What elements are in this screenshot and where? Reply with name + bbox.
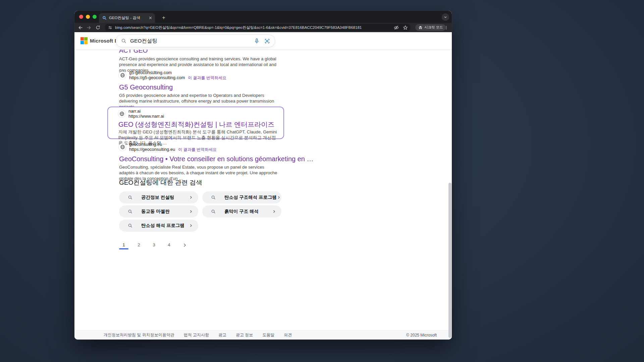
back-icon[interactable]	[76, 23, 85, 32]
microsoft-logo-icon	[80, 37, 88, 44]
search-input[interactable]	[130, 38, 254, 44]
globe-favicon-icon	[118, 71, 126, 79]
related-search-pill[interactable]: 흙막이 구조 해석	[202, 205, 281, 218]
footer-link-help[interactable]: 도움말	[262, 332, 274, 338]
globe-favicon-icon	[118, 110, 126, 118]
chevron-right-icon	[189, 224, 193, 228]
footer-link-ad-info[interactable]: 광고 정보	[236, 332, 253, 338]
search-icon	[128, 195, 132, 200]
bing-results-page: Microsoft Bing	[74, 32, 452, 340]
browser-toolbar: bing.com/search?q=GEO컨설팅&qs=n&form=QBRE&…	[74, 23, 452, 32]
active-tab[interactable]: GEO컨설팅 - 검색 ✕	[99, 13, 155, 23]
search-icon	[211, 195, 216, 200]
site-settings-icon[interactable]	[108, 25, 112, 30]
tab-search-chevron-icon[interactable]	[442, 13, 449, 21]
page-1[interactable]: 1	[119, 242, 128, 249]
search-result: g5-geoconsulting.com https://g5-geoconsu…	[119, 70, 278, 110]
copyright-text: © 2025 Microsoft	[406, 333, 437, 338]
result-title-link[interactable]: G5 Geoconsulting	[119, 83, 278, 91]
page-3[interactable]: 3	[149, 242, 159, 249]
url-text[interactable]: bing.com/search?q=GEO컨설팅&qs=n&form=QBRE&…	[115, 25, 394, 30]
translate-link[interactable]: 이 결과를 번역하세요	[178, 147, 217, 152]
result-url[interactable]: https://g5-geoconsulting.com	[129, 75, 185, 80]
related-search-pill[interactable]: 공간정보 컨설팅	[119, 191, 198, 203]
result-site-name[interactable]: g5-geoconsulting.com	[129, 70, 226, 75]
result-site-name[interactable]: geoconsulting.eu	[129, 142, 217, 147]
bookmark-star-icon[interactable]	[403, 25, 408, 30]
search-result: ACT GEO ACT-Geo provides geoscience cons…	[119, 47, 278, 73]
incognito-icon	[418, 26, 423, 29]
browser-window: GEO컨설팅 - 검색 ✕ +	[74, 11, 452, 340]
related-search-pill[interactable]: 탄소성 해석 프로그램	[119, 220, 198, 232]
close-tab-icon[interactable]: ✕	[149, 16, 152, 20]
footer-link-legal[interactable]: 법적 고지사항	[184, 332, 209, 338]
forward-icon[interactable]	[85, 23, 93, 32]
result-url[interactable]: https://www.narr.ai	[128, 114, 164, 119]
address-bar[interactable]: bing.com/search?q=GEO컨설팅&qs=n&form=QBRE&…	[105, 24, 411, 31]
browser-menu-icon[interactable]	[443, 24, 449, 31]
related-searches-heading: GEO컨설팅에 대한 관련 검색	[119, 178, 202, 187]
result-title-link[interactable]: GEO (생성형엔진최적화)컨설팅 | 나르 엔터프라이즈	[118, 121, 277, 128]
pagination: 1 2 3 4	[119, 242, 187, 249]
search-icon	[211, 209, 216, 214]
result-site-name[interactable]: narr.ai	[128, 109, 164, 114]
window-controls	[79, 15, 97, 19]
search-icon	[128, 223, 132, 228]
related-search-pill[interactable]: 탄소성 구조해석 프로그램	[202, 191, 281, 203]
zoom-window-button[interactable]	[93, 15, 97, 19]
minimize-window-button[interactable]	[86, 15, 90, 19]
chevron-right-icon	[272, 209, 276, 214]
search-icon	[121, 38, 126, 44]
bing-footer: 개인정보처리방침 및 위치정보이용약관 법적 고지사항 광고 광고 정보 도움말…	[74, 330, 452, 340]
footer-link-ads[interactable]: 광고	[218, 332, 226, 338]
result-url[interactable]: https://geoconsulting.eu	[129, 147, 175, 152]
tab-title: GEO컨설팅 - 검색	[109, 15, 146, 20]
bing-header: Microsoft Bing	[74, 32, 452, 50]
related-searches: 공간정보 컨설팅 탄소성 구조해석 프로그램 동교동 마젤란 흙막이 구조 해석	[119, 191, 281, 232]
related-search-pill[interactable]: 동교동 마젤란	[119, 205, 198, 218]
reload-icon[interactable]	[94, 23, 102, 32]
search-result: geoconsulting.eu https://geoconsulting.e…	[119, 142, 278, 181]
search-icon	[128, 209, 132, 214]
footer-link-privacy[interactable]: 개인정보처리방침 및 위치정보이용약관	[104, 332, 174, 338]
search-box[interactable]	[116, 35, 275, 47]
incognito-label: 시크릿 모드	[424, 25, 443, 30]
tab-strip: GEO컨설팅 - 검색 ✕ +	[74, 11, 452, 23]
visual-search-camera-icon[interactable]	[264, 38, 270, 44]
footer-link-feedback[interactable]: 의견	[284, 332, 292, 338]
translate-link[interactable]: 이 결과를 번역하세요	[188, 75, 226, 80]
page-4[interactable]: 4	[164, 242, 174, 249]
tab-favicon-search-icon	[102, 16, 107, 20]
page-2[interactable]: 2	[134, 242, 144, 249]
chevron-right-icon	[189, 209, 193, 214]
chevron-right-icon	[189, 195, 193, 199]
incognito-badge[interactable]: 시크릿 모드	[415, 24, 446, 31]
microphone-icon[interactable]	[254, 38, 259, 44]
next-page-icon[interactable]	[182, 243, 187, 248]
highlighted-result-box[interactable]: narr.ai https://www.narr.ai GEO (생성형엔진최적…	[107, 107, 284, 139]
globe-favicon-icon	[118, 143, 126, 151]
result-title-link[interactable]: GeoConsulting • Votre conseiller en solu…	[119, 155, 278, 163]
eye-off-icon[interactable]	[394, 25, 399, 30]
scrollbar-thumb[interactable]	[448, 183, 451, 338]
chevron-right-icon	[277, 195, 281, 199]
new-tab-button[interactable]: +	[159, 13, 168, 22]
close-window-button[interactable]	[79, 15, 83, 19]
